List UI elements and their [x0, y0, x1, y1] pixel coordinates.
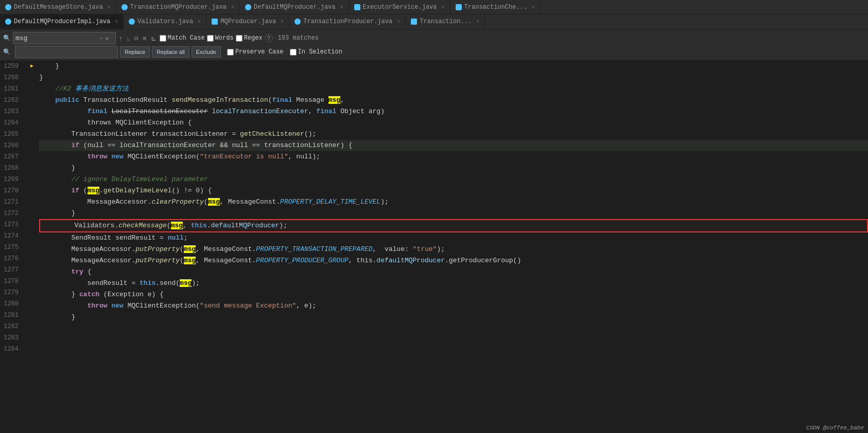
- replace-input-wrapper: [15, 46, 118, 58]
- code-span: (null == localTransactionExecuter && nul…: [79, 141, 353, 149]
- words-checkbox[interactable]: [207, 35, 214, 42]
- exclude-button[interactable]: Exclude: [192, 46, 221, 58]
- in-selection-label[interactable]: In Selection: [290, 48, 342, 56]
- replace-all-button[interactable]: Replace all: [152, 46, 189, 58]
- tab-transactionproducer[interactable]: TransactionProducer.java ×: [289, 14, 406, 29]
- tab-label: ExecutorService.java: [363, 4, 437, 11]
- tab-close[interactable]: ×: [108, 5, 111, 10]
- code-line: }: [39, 72, 868, 83]
- line-number: 1260: [0, 72, 23, 83]
- tab-close[interactable]: ×: [231, 5, 234, 10]
- tab-mqproducer[interactable]: MQProducer.java ×: [206, 14, 289, 29]
- code-span: Validators.: [42, 222, 118, 229]
- code-span: }: [39, 164, 75, 172]
- line-number: 1279: [0, 287, 23, 298]
- line-number: 1263: [0, 106, 23, 117]
- funnel-button[interactable]: ⊾: [150, 33, 158, 43]
- search-row-2: 🔍 Replace Replace all Exclude Preserve C…: [3, 46, 865, 58]
- match-case-checkbox[interactable]: [160, 35, 166, 42]
- tab-close[interactable]: ×: [397, 19, 400, 25]
- replace-input[interactable]: [18, 48, 110, 56]
- preserve-case-label[interactable]: Preserve Case: [227, 48, 284, 56]
- find-in-selection-button[interactable]: ⊙: [133, 34, 140, 43]
- regex-checkbox[interactable]: [236, 35, 242, 42]
- code-span: , value:: [373, 245, 413, 253]
- code-span: 0: [196, 187, 200, 194]
- tab-icon: [5, 19, 11, 25]
- tab-close[interactable]: ×: [532, 5, 535, 10]
- matches-count: 193 matches: [278, 34, 319, 42]
- code-span: ;: [184, 234, 188, 242]
- tab-close[interactable]: ×: [281, 19, 284, 25]
- tab-icon: [245, 4, 251, 10]
- filter-button[interactable]: ≡: [142, 33, 148, 43]
- tab-defaultmqproducerimpl[interactable]: DefaultMQProducerImpl.java ×: [0, 14, 124, 29]
- code-span: );: [279, 222, 287, 229]
- words-label[interactable]: Words: [207, 34, 234, 42]
- clear-x-icon[interactable]: ✕: [106, 35, 109, 42]
- code-line: if (msg.getDelayTimeLevel() != 0) {: [39, 185, 868, 196]
- code-line: // ignore DelayTimeLevel parameter: [39, 174, 868, 185]
- search-input[interactable]: [15, 34, 98, 42]
- code-line: final LocalTransactionExecuter localTran…: [39, 106, 868, 117]
- code-span: MQClientException(: [124, 302, 200, 310]
- code-span: , e);: [296, 302, 316, 310]
- code-span: MessageAccessor.: [39, 257, 135, 264]
- code-span: 事务消息发送方法: [75, 85, 129, 93]
- code-span: "send message Exception": [200, 302, 296, 310]
- code-span: (: [180, 245, 184, 253]
- code-span: PROPERTY_PRODUCER_GROUP: [256, 257, 348, 264]
- tab-validators[interactable]: Validators.java ×: [124, 14, 206, 29]
- code-span: SendResult sendResult =: [39, 234, 168, 242]
- code-span: MessageAccessor.: [39, 245, 135, 253]
- code-span: ,: [340, 96, 344, 104]
- tab-close[interactable]: ×: [340, 5, 343, 10]
- prev-match-button[interactable]: ↑: [118, 33, 124, 43]
- line-number: 1274: [0, 230, 23, 242]
- tab-icon: [212, 19, 218, 25]
- code-span: catch: [79, 291, 99, 298]
- tab-icon: [456, 4, 462, 10]
- help-button[interactable]: ?: [265, 34, 273, 42]
- in-selection-checkbox[interactable]: [290, 49, 297, 56]
- search-row-1: 🔍 ← ✕ ↑ ↓ ⊙ ≡ ⊾ Match Case Words Regex ?…: [3, 32, 865, 44]
- search-icon-2: 🔍: [3, 48, 11, 56]
- line-number: 1272: [0, 208, 23, 219]
- tab-label: DefaultMQProducerImpl.java: [14, 18, 110, 25]
- replace-button[interactable]: Replace: [120, 46, 150, 58]
- code-content[interactable]: }} //K2 事务消息发送方法 public TransactionSendR…: [37, 61, 868, 433]
- line-number: 1267: [0, 151, 23, 163]
- code-span: getDelayTimeLevel: [103, 187, 172, 194]
- code-span: , null);: [288, 153, 320, 160]
- code-span: MQClientException(: [124, 153, 200, 160]
- line-number: 1261: [0, 83, 23, 95]
- tab-close[interactable]: ×: [115, 19, 118, 25]
- match-case-label[interactable]: Match Case: [160, 34, 205, 42]
- code-span: msg: [180, 279, 192, 287]
- line-number: 1262: [0, 95, 23, 106]
- search-input-wrapper: ← ✕: [13, 32, 116, 44]
- tab-label: TransactionMQProducer.java: [130, 4, 227, 11]
- next-match-button[interactable]: ↓: [126, 33, 131, 43]
- preserve-case-checkbox[interactable]: [227, 49, 234, 56]
- tab-close[interactable]: ×: [476, 19, 479, 25]
- tab-transaction[interactable]: Transaction... ×: [406, 14, 485, 29]
- tab-transactionmqproducer[interactable]: TransactionMQProducer.java ×: [116, 0, 240, 14]
- code-span: (: [180, 257, 184, 264]
- tab-defaultmqproducer[interactable]: DefaultMQProducer.java ×: [240, 0, 349, 14]
- tab-label: MQProducer.java: [220, 18, 276, 25]
- regex-label[interactable]: Regex: [236, 34, 263, 42]
- code-line: if (null == localTransactionExecuter && …: [39, 140, 868, 151]
- tab-close[interactable]: ×: [442, 5, 445, 10]
- clear-icon[interactable]: ←: [100, 35, 103, 41]
- tab-defaultmessagestore[interactable]: DefaultMessageStore.java ×: [0, 0, 116, 14]
- tab-transactionche[interactable]: TransactionChe... ×: [450, 0, 541, 14]
- tab-close[interactable]: ×: [198, 19, 201, 25]
- code-line: TransactionListener transactionListener …: [39, 129, 868, 140]
- line-numbers-column: 1259126012611262126312641265126612671268…: [0, 61, 27, 433]
- tab-icon: [129, 19, 135, 25]
- tab-executorservice[interactable]: ExecutorService.java ×: [349, 0, 450, 14]
- line-number: 1283: [0, 332, 23, 344]
- code-span: (: [268, 96, 272, 104]
- code-span: .: [99, 187, 103, 194]
